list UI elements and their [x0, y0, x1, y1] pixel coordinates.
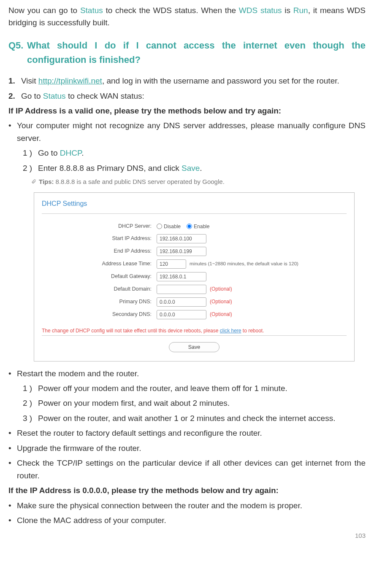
dhcp-settings-panel: DHCP Settings DHCP Server: Disable Enabl… — [34, 192, 355, 361]
bullet-physical: •Make sure the physical connection betwe… — [8, 499, 366, 512]
substep-1-2: 2 ) Enter 8.8.8.8 as Primary DNS, and cl… — [23, 162, 366, 174]
reboot-warning: The change of DHCP config will not take … — [34, 324, 354, 336]
bullet-clone-mac: •Clone the MAC address of your computer. — [8, 514, 366, 526]
secondary-dns-input[interactable] — [157, 310, 206, 319]
primary-dns-input[interactable] — [157, 297, 206, 307]
row-primary-dns: Primary DNS: (Optional) — [34, 296, 354, 308]
intro-paragraph: Now you can go to Status to check the WD… — [8, 4, 366, 29]
bullet-dot-icon: • — [8, 367, 17, 380]
wds-status-text: WDS status — [239, 6, 282, 15]
q5-text: What should I do if I cannot access the … — [27, 38, 366, 67]
condition-zero-ip: If the IP Address is 0.0.0.0, please try… — [8, 484, 366, 496]
save-link: Save — [182, 164, 200, 173]
bullet-restart: • Restart the modem and the router. — [8, 367, 366, 380]
status-link: Status — [80, 6, 103, 15]
bullet-reset: •Reset the router to factory default set… — [8, 427, 366, 439]
radio-enable[interactable]: Enable — [187, 223, 209, 231]
bullet-dot-icon: • — [8, 514, 17, 526]
bullet-dot-icon: • — [8, 427, 17, 439]
bullet-dns: • Your computer might not recognize any … — [8, 119, 366, 144]
dhcp-panel-title: DHCP Settings — [34, 193, 354, 213]
substep-1-1: 1 ) Go to DHCP. — [23, 147, 366, 159]
start-ip-input[interactable] — [157, 234, 206, 243]
dhcp-form: DHCP Server: Disable Enable Start IP Add… — [34, 214, 354, 324]
tplink-url[interactable]: http://tplinkwifi.net — [38, 76, 102, 85]
condition-valid-ip: If IP Address is a valid one, please try… — [8, 105, 366, 117]
substep-2-3: 3 )Power on the router, and wait another… — [23, 412, 366, 424]
gateway-input[interactable] — [157, 272, 206, 281]
page-number: 103 — [8, 531, 366, 540]
dhcp-link: DHCP — [60, 148, 81, 157]
bullet-upgrade: •Upgrade the firmware of the router. — [8, 442, 366, 454]
q5-heading: Q5. What should I do if I cannot access … — [8, 38, 366, 67]
run-text: Run — [293, 6, 308, 15]
bullet-dot-icon: • — [8, 499, 17, 512]
substep-2-2: 2 )Power on your modem first, and wait a… — [23, 397, 366, 409]
row-end-ip: End IP Address: — [34, 245, 354, 258]
click-here-link[interactable]: click here — [220, 328, 241, 334]
step-2: 2. Go to Status to check WAN status: — [8, 90, 366, 102]
save-button[interactable]: Save — [169, 342, 220, 352]
row-dhcp-server: DHCP Server: Disable Enable — [34, 221, 354, 232]
row-default-domain: Default Domain: (Optional) — [34, 283, 354, 296]
end-ip-input[interactable] — [157, 247, 206, 256]
substep-2-1: 1 )Power off your modem and the router, … — [23, 382, 366, 394]
bullet-dot-icon: • — [8, 442, 17, 454]
row-default-gateway: Default Gateway: — [34, 270, 354, 283]
tips-line: Tips: 8.8.8.8 is a safe and public DNS s… — [31, 177, 366, 186]
bullet-tcpip: •Check the TCP/IP settings on the partic… — [8, 457, 366, 482]
radio-disable[interactable]: Disable — [157, 223, 181, 231]
paperclip-icon — [31, 177, 36, 186]
bullet-dot-icon: • — [8, 457, 17, 482]
status-link-2: Status — [43, 92, 66, 100]
bullet-dot-icon: • — [8, 119, 17, 144]
save-row: Save — [34, 336, 354, 361]
step-1: 1. Visit http://tplinkwifi.net, and log … — [8, 75, 366, 87]
row-lease-time: Address Lease Time: minutes (1~2880 minu… — [34, 258, 354, 270]
domain-input[interactable] — [157, 285, 206, 294]
lease-time-input[interactable] — [157, 259, 186, 269]
row-start-ip: Start IP Address: — [34, 232, 354, 245]
q5-number: Q5. — [8, 38, 27, 67]
row-secondary-dns: Secondary DNS: (Optional) — [34, 308, 354, 321]
